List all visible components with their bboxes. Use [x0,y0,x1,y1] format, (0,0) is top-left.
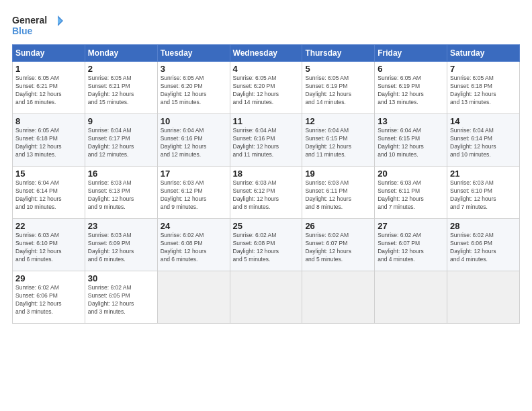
calendar-cell: 4Sunrise: 6:05 AM Sunset: 6:20 PM Daylig… [230,62,302,114]
calendar-cell: 5Sunrise: 6:05 AM Sunset: 6:19 PM Daylig… [302,62,375,114]
day-info: Sunrise: 6:05 AM Sunset: 6:21 PM Dayligh… [15,75,82,107]
day-header-sunday: Sunday [13,45,85,62]
day-number: 17 [161,169,227,179]
day-info: Sunrise: 6:03 AM Sunset: 6:12 PM Dayligh… [161,179,227,212]
day-number: 23 [88,221,154,231]
svg-text:General: General [12,15,47,26]
day-info: Sunrise: 6:03 AM Sunset: 6:12 PM Dayligh… [233,179,300,212]
day-header-wednesday: Wednesday [230,45,302,62]
calendar-cell: 21Sunrise: 6:03 AM Sunset: 6:10 PM Dayli… [447,167,520,219]
day-info: Sunrise: 6:04 AM Sunset: 6:14 PM Dayligh… [450,127,517,159]
calendar-cell: 25Sunrise: 6:02 AM Sunset: 6:08 PM Dayli… [230,219,302,271]
calendar-cell [230,271,302,324]
calendar-cell: 15Sunrise: 6:04 AM Sunset: 6:14 PM Dayli… [13,167,85,219]
day-number: 8 [15,116,82,126]
day-info: Sunrise: 6:05 AM Sunset: 6:19 PM Dayligh… [378,75,444,107]
day-info: Sunrise: 6:05 AM Sunset: 6:19 PM Dayligh… [305,75,371,107]
calendar-cell: 30Sunrise: 6:02 AM Sunset: 6:05 PM Dayli… [85,271,157,324]
day-info: Sunrise: 6:04 AM Sunset: 6:16 PM Dayligh… [161,127,227,159]
day-info: Sunrise: 6:03 AM Sunset: 6:10 PM Dayligh… [450,179,517,212]
day-number: 9 [88,116,154,126]
day-header-thursday: Thursday [302,45,375,62]
calendar-cell: 7Sunrise: 6:05 AM Sunset: 6:18 PM Daylig… [447,62,520,114]
calendar-cell: 1Sunrise: 6:05 AM Sunset: 6:21 PM Daylig… [13,62,85,114]
day-info: Sunrise: 6:04 AM Sunset: 6:15 PM Dayligh… [305,127,371,159]
day-number: 13 [378,116,444,126]
day-number: 29 [15,273,82,283]
day-number: 15 [15,169,82,179]
calendar-cell: 20Sunrise: 6:03 AM Sunset: 6:11 PM Dayli… [375,167,447,219]
calendar-cell: 27Sunrise: 6:02 AM Sunset: 6:07 PM Dayli… [375,219,447,271]
day-info: Sunrise: 6:02 AM Sunset: 6:08 PM Dayligh… [233,232,300,264]
day-info: Sunrise: 6:05 AM Sunset: 6:20 PM Dayligh… [161,75,227,107]
header: General Blue [12,12,520,39]
calendar-cell: 8Sunrise: 6:05 AM Sunset: 6:18 PM Daylig… [13,114,85,167]
day-number: 25 [233,221,300,231]
day-number: 30 [88,273,154,283]
calendar-body: 1Sunrise: 6:05 AM Sunset: 6:21 PM Daylig… [13,62,520,324]
day-number: 3 [161,64,227,74]
day-header-saturday: Saturday [447,45,520,62]
day-number: 26 [305,221,371,231]
day-number: 12 [305,116,371,126]
calendar-header-row: SundayMondayTuesdayWednesdayThursdayFrid… [13,45,520,62]
day-info: Sunrise: 6:04 AM Sunset: 6:14 PM Dayligh… [15,179,82,212]
day-number: 16 [88,169,154,179]
day-info: Sunrise: 6:04 AM Sunset: 6:15 PM Dayligh… [378,127,444,159]
day-info: Sunrise: 6:05 AM Sunset: 6:18 PM Dayligh… [450,75,517,107]
calendar-cell: 16Sunrise: 6:03 AM Sunset: 6:13 PM Dayli… [85,167,157,219]
calendar-cell: 3Sunrise: 6:05 AM Sunset: 6:20 PM Daylig… [157,62,230,114]
day-info: Sunrise: 6:02 AM Sunset: 6:08 PM Dayligh… [161,232,227,264]
day-info: Sunrise: 6:02 AM Sunset: 6:06 PM Dayligh… [450,232,517,264]
day-header-tuesday: Tuesday [157,45,230,62]
week-row-5: 29Sunrise: 6:02 AM Sunset: 6:06 PM Dayli… [13,271,520,324]
day-info: Sunrise: 6:02 AM Sunset: 6:05 PM Dayligh… [88,284,154,316]
day-number: 4 [233,64,300,74]
day-number: 1 [15,64,82,74]
day-info: Sunrise: 6:04 AM Sunset: 6:17 PM Dayligh… [88,127,154,159]
day-number: 20 [378,169,444,179]
day-number: 11 [233,116,300,126]
day-info: Sunrise: 6:05 AM Sunset: 6:21 PM Dayligh… [88,75,154,107]
calendar-cell: 19Sunrise: 6:03 AM Sunset: 6:11 PM Dayli… [302,167,375,219]
day-number: 24 [161,221,227,231]
week-row-4: 22Sunrise: 6:03 AM Sunset: 6:10 PM Dayli… [13,219,520,271]
day-number: 5 [305,64,371,74]
day-header-monday: Monday [85,45,157,62]
calendar-cell [375,271,447,324]
calendar-cell: 11Sunrise: 6:04 AM Sunset: 6:16 PM Dayli… [230,114,302,167]
day-info: Sunrise: 6:04 AM Sunset: 6:16 PM Dayligh… [233,127,300,159]
logo-svg: General Blue [12,12,66,39]
day-number: 2 [88,64,154,74]
day-number: 10 [161,116,227,126]
day-info: Sunrise: 6:05 AM Sunset: 6:20 PM Dayligh… [233,75,300,107]
calendar-cell: 18Sunrise: 6:03 AM Sunset: 6:12 PM Dayli… [230,167,302,219]
calendar-cell: 9Sunrise: 6:04 AM Sunset: 6:17 PM Daylig… [85,114,157,167]
calendar-cell: 2Sunrise: 6:05 AM Sunset: 6:21 PM Daylig… [85,62,157,114]
day-info: Sunrise: 6:03 AM Sunset: 6:11 PM Dayligh… [305,179,371,212]
day-header-friday: Friday [375,45,447,62]
day-number: 28 [450,221,517,231]
week-row-2: 8Sunrise: 6:05 AM Sunset: 6:18 PM Daylig… [13,114,520,167]
logo: General Blue [12,12,66,39]
calendar-cell: 26Sunrise: 6:02 AM Sunset: 6:07 PM Dayli… [302,219,375,271]
calendar-cell: 23Sunrise: 6:03 AM Sunset: 6:09 PM Dayli… [85,219,157,271]
day-info: Sunrise: 6:02 AM Sunset: 6:07 PM Dayligh… [305,232,371,264]
week-row-3: 15Sunrise: 6:04 AM Sunset: 6:14 PM Dayli… [13,167,520,219]
day-info: Sunrise: 6:05 AM Sunset: 6:18 PM Dayligh… [15,127,82,159]
day-number: 14 [450,116,517,126]
calendar-cell: 12Sunrise: 6:04 AM Sunset: 6:15 PM Dayli… [302,114,375,167]
week-row-1: 1Sunrise: 6:05 AM Sunset: 6:21 PM Daylig… [13,62,520,114]
day-number: 7 [450,64,517,74]
svg-text:Blue: Blue [12,26,33,36]
day-number: 19 [305,169,371,179]
day-number: 21 [450,169,517,179]
day-info: Sunrise: 6:03 AM Sunset: 6:09 PM Dayligh… [88,232,154,264]
calendar-cell [157,271,230,324]
day-info: Sunrise: 6:02 AM Sunset: 6:06 PM Dayligh… [15,284,82,316]
day-number: 18 [233,169,300,179]
calendar-cell: 14Sunrise: 6:04 AM Sunset: 6:14 PM Dayli… [447,114,520,167]
calendar-table: SundayMondayTuesdayWednesdayThursdayFrid… [12,44,520,324]
calendar-cell [302,271,375,324]
calendar-cell: 6Sunrise: 6:05 AM Sunset: 6:19 PM Daylig… [375,62,447,114]
